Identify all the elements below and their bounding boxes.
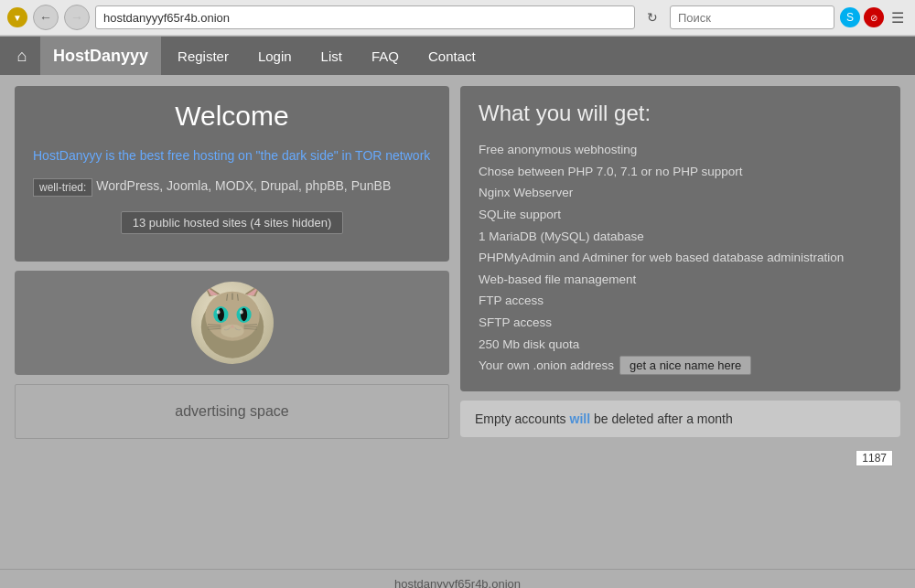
hamburger-menu-icon[interactable]: ☰ — [888, 7, 908, 27]
forward-button[interactable]: → — [64, 5, 90, 30]
welcome-description: HostDanyyy is the best free hosting on "… — [33, 146, 431, 166]
nav-login[interactable]: Login — [243, 37, 307, 75]
url-bar[interactable] — [95, 5, 635, 29]
search-input[interactable] — [670, 5, 834, 29]
feature-item: PHPMyAdmin and Adminer for web based dat… — [479, 247, 882, 269]
well-tried-badge: well-tried: — [33, 178, 92, 197]
nav-contact[interactable]: Contact — [414, 37, 490, 75]
browser-chrome: ▼ ← → ↻ S ⊘ ☰ — [0, 0, 915, 37]
nav-list[interactable]: List — [307, 37, 357, 75]
nice-name-button[interactable]: get a nice name here — [619, 356, 751, 375]
onion-prefix-text: Your own .onion address — [479, 355, 614, 377]
main-grid: Welcome HostDanyyy is the best free host… — [15, 86, 900, 470]
cat-image-box — [15, 271, 449, 375]
footer-text: hostdanyyyf65r4b.onion — [394, 577, 521, 588]
feature-item: SFTP access — [479, 312, 882, 334]
content-area: Welcome HostDanyyy is the best free host… — [0, 75, 915, 569]
skype-icon[interactable]: S — [840, 7, 860, 27]
features-box: What you will get: Free anonymous webhos… — [460, 86, 900, 391]
svg-point-22 — [221, 325, 243, 337]
browser-icons: S ⊘ ☰ — [840, 7, 908, 27]
nav-faq[interactable]: FAQ — [357, 37, 414, 75]
feature-item: Free anonymous webhosting — [479, 139, 882, 161]
cat-image — [191, 282, 274, 364]
feature-onion-row: Your own .onion address get a nice name … — [479, 355, 882, 377]
sites-badge: 13 public hosted sites (4 sites hidden) — [121, 211, 344, 234]
sites-row: 13 public hosted sites (4 sites hidden) — [33, 211, 431, 234]
advertising-text: advertising space — [175, 403, 289, 420]
refresh-button[interactable]: ↻ — [640, 5, 664, 29]
nav-register[interactable]: Register — [163, 37, 243, 75]
warning-box: Empty accounts will be deleted after a m… — [460, 401, 900, 437]
site-navbar: ⌂ HostDanyyy Register Login List FAQ Con… — [0, 37, 915, 75]
stop-icon[interactable]: ⊘ — [864, 7, 884, 27]
feature-item: Web-based file management — [479, 269, 882, 291]
svg-point-13 — [216, 310, 220, 315]
svg-point-12 — [241, 308, 247, 321]
warning-text-after: be deleted after a month — [594, 412, 733, 426]
svg-point-14 — [240, 310, 243, 315]
well-tried-items: WordPress, Joomla, MODX, Drupal, phpBB, … — [96, 178, 391, 193]
back-button[interactable]: ← — [33, 5, 59, 30]
page-footer: hostdanyyyf65r4b.onion — [0, 569, 915, 588]
right-panel: What you will get: Free anonymous webhos… — [460, 86, 900, 470]
feature-item: FTP access — [479, 290, 882, 312]
browser-menu-button[interactable]: ▼ — [7, 7, 27, 27]
feature-item: Nginx Webserver — [479, 182, 882, 204]
welcome-box: Welcome HostDanyyy is the best free host… — [15, 86, 449, 262]
counter-box: 1187 — [460, 446, 900, 470]
home-button[interactable]: ⌂ — [7, 41, 37, 70]
feature-item: SQLite support — [479, 204, 882, 226]
advertising-box: advertising space — [15, 384, 449, 439]
welcome-title: Welcome — [33, 101, 431, 132]
feature-item: 1 MariaDB (MySQL) database — [479, 226, 882, 248]
browser-toolbar: ▼ ← → ↻ S ⊘ ☰ — [0, 0, 915, 36]
warning-text-before: Empty accounts — [475, 412, 566, 426]
feature-item: Chose between PHP 7.0, 7.1 or no PHP sup… — [479, 161, 882, 183]
features-title: What you will get: — [479, 101, 882, 126]
feature-item: 250 Mb disk quota — [479, 334, 882, 356]
cat-svg — [191, 282, 274, 364]
features-list: Free anonymous webhosting Chose between … — [479, 139, 882, 377]
well-tried-row: well-tried: WordPress, Joomla, MODX, Dru… — [33, 178, 431, 197]
left-panel: Welcome HostDanyyy is the best free host… — [15, 86, 449, 439]
svg-point-11 — [217, 308, 223, 321]
warning-highlight: will — [570, 412, 591, 426]
site-brand[interactable]: HostDanyyy — [40, 37, 161, 75]
page-counter: 1187 — [856, 450, 893, 466]
